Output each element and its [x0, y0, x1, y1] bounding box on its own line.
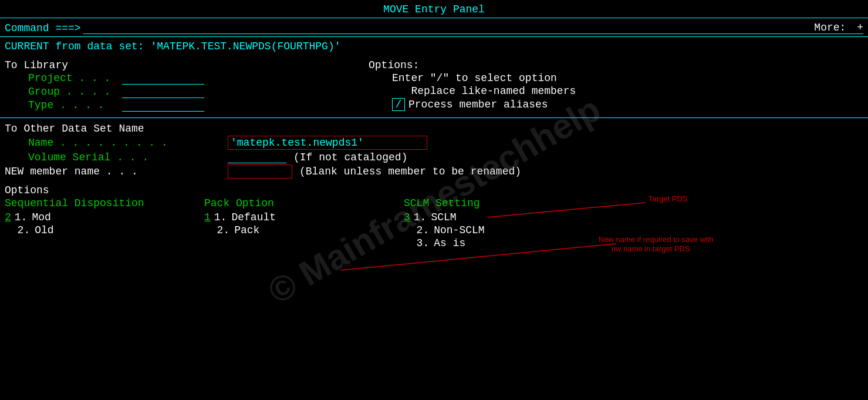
- type-input[interactable]: [122, 99, 204, 112]
- sclm-item-2: 2. Non-SCLM: [404, 224, 568, 236]
- volume-input[interactable]: [228, 151, 286, 163]
- new-member-label: NEW member name . . .: [5, 166, 228, 177]
- name-row: Name . . . . . . . . .: [5, 136, 863, 150]
- new-member-note: (Blank unless member to be renamed): [299, 166, 521, 177]
- name-label: Name . . . . . . . . .: [28, 137, 228, 149]
- pack-header: Pack Option: [204, 197, 369, 209]
- sclm-label-1: SCLM: [431, 211, 456, 223]
- options-title: Options:: [369, 59, 419, 71]
- pack-num-1: 1.: [214, 211, 227, 223]
- options-bottom-grid: Sequential Disposition 2 1. Mod 2. Old P…: [5, 197, 863, 250]
- seq-num-1: 1.: [15, 211, 28, 223]
- command-line: Command ===> More: +: [0, 18, 868, 36]
- right-column: Options: Enter "/" to select option Repl…: [369, 59, 863, 113]
- pack-item-1: 1 1. Default: [204, 211, 369, 223]
- to-library-header: To Library: [5, 59, 369, 71]
- command-label: Command ===>: [5, 22, 81, 34]
- sclm-num-3: 3.: [417, 237, 430, 249]
- to-other-label: To Other Data Set Name: [5, 123, 144, 135]
- pack-selected: 1: [204, 211, 211, 223]
- group-label: Group . . . .: [28, 86, 122, 98]
- name-input[interactable]: [228, 136, 427, 150]
- replace-spacer: [392, 85, 411, 97]
- enter-slash-row: Enter "/" to select option: [392, 72, 863, 84]
- new-member-input[interactable]: [228, 164, 292, 179]
- sclm-label-3: As is: [434, 237, 465, 249]
- to-library-label: To Library: [5, 59, 68, 71]
- seq-item-2: 2. Old: [5, 224, 169, 236]
- page-title: MOVE Entry Panel: [383, 4, 485, 15]
- seq-label-1: Mod: [32, 211, 50, 223]
- options-bottom: Options Sequential Disposition 2 1. Mod …: [0, 180, 868, 250]
- type-label: Type . . . .: [28, 99, 122, 111]
- more-label: More: +: [814, 22, 863, 33]
- data-set-section: To Other Data Set Name Name . . . . . . …: [0, 118, 868, 179]
- sclm-spacer-2: [404, 224, 417, 236]
- seq-label-2: Old: [35, 224, 53, 236]
- sclm-num-2: 2.: [417, 224, 430, 236]
- volume-note: (If not cataloged): [293, 152, 407, 163]
- process-label: Process member aliases: [408, 99, 548, 110]
- pack-num-2: 2.: [217, 224, 230, 236]
- options-title-row: Options:: [369, 59, 863, 71]
- seq-spacer: [5, 224, 18, 236]
- current-line: CURRENT from data set: 'MATEPK.TEST.NEWP…: [0, 37, 868, 55]
- title-bar: MOVE Entry Panel: [0, 0, 868, 18]
- sclm-selected: 3: [404, 211, 410, 223]
- replace-row: Replace like-named members: [392, 85, 863, 97]
- process-row: / Process member aliases: [392, 98, 863, 111]
- more-plus: +: [857, 22, 863, 33]
- sclm-header: SCLM Setting: [404, 197, 568, 209]
- slash-box: /: [392, 98, 405, 111]
- replace-label: Replace like-named members: [411, 85, 576, 97]
- top-section: To Library Project . . . Group . . . . T…: [0, 55, 868, 113]
- project-label: Project . . .: [28, 72, 122, 84]
- seq-selected: 2: [5, 211, 11, 223]
- options-bottom-label: Options: [5, 184, 49, 196]
- pack-item-2: 2. Pack: [204, 224, 369, 236]
- seq-num-2: 2.: [18, 224, 31, 236]
- enter-slash-text: Enter "/" to select option: [392, 72, 557, 84]
- left-column: To Library Project . . . Group . . . . T…: [5, 59, 369, 113]
- pack-col: Pack Option 1 1. Default 2. Pack: [204, 197, 369, 250]
- sequential-header: Sequential Disposition: [5, 197, 169, 209]
- more-text: More:: [814, 22, 846, 33]
- current-text: CURRENT from data set: 'MATEPK.TEST.NEWP…: [5, 41, 341, 52]
- screen: MOVE Entry Panel Command ===> More: + CU…: [0, 0, 868, 400]
- seq-item-1: 2 1. Mod: [5, 211, 169, 223]
- sclm-col: SCLM Setting 3 1. SCLM 2. Non-SCLM 3. As…: [404, 197, 568, 250]
- group-input[interactable]: [122, 86, 204, 98]
- pack-spacer: [204, 224, 217, 236]
- sclm-item-1: 3 1. SCLM: [404, 211, 568, 223]
- sclm-item-3: 3. As is: [404, 237, 568, 249]
- project-row: Project . . .: [28, 72, 369, 85]
- sequential-col: Sequential Disposition 2 1. Mod 2. Old: [5, 197, 169, 250]
- sclm-label-2: Non-SCLM: [434, 224, 484, 236]
- project-input[interactable]: [122, 72, 204, 85]
- new-member-row: NEW member name . . . (Blank unless memb…: [5, 164, 863, 179]
- pack-label-2: Pack: [234, 224, 259, 236]
- group-row: Group . . . .: [28, 86, 369, 98]
- sclm-num-1: 1.: [414, 211, 427, 223]
- volume-label: Volume Serial . . .: [28, 152, 228, 163]
- command-input[interactable]: [83, 22, 863, 34]
- sclm-spacer-3: [404, 237, 417, 249]
- pack-label-1: Default: [231, 211, 276, 223]
- type-row: Type . . . .: [28, 99, 369, 112]
- options-bottom-title: Options: [5, 184, 863, 196]
- to-other-header: To Other Data Set Name: [5, 123, 863, 135]
- volume-row: Volume Serial . . . (If not cataloged): [5, 151, 863, 163]
